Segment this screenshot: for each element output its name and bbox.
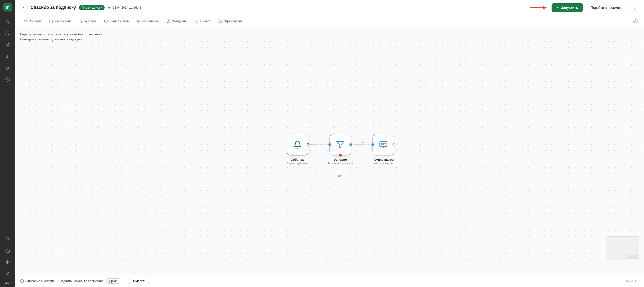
toolbar-condition[interactable]: Условие xyxy=(76,18,100,24)
react-flow-label: React Flow xyxy=(626,280,639,282)
svg-marker-31 xyxy=(337,142,344,148)
svg-marker-10 xyxy=(6,260,10,264)
event-label: Событие xyxy=(291,158,304,162)
svg-marker-14 xyxy=(557,6,558,8)
toolbar-group-label: Группа шагов xyxy=(110,19,129,23)
event-sublabel: Выдано действие xyxy=(287,162,308,165)
sidebar-icon-help[interactable] xyxy=(3,246,12,256)
canvas-info: Период работы: сразу после запуска — без… xyxy=(20,32,102,42)
date-text: 11.04.2024 11:16:41 xyxy=(113,6,141,9)
logo[interactable]: m xyxy=(3,3,12,12)
back-button[interactable] xyxy=(20,4,28,12)
node-condition-box[interactable] xyxy=(330,134,351,156)
sidebar-icon-settings[interactable] xyxy=(3,74,12,84)
group-sublabel: велком + баллы xyxy=(373,162,393,165)
svg-point-11 xyxy=(7,272,8,274)
launch-button[interactable]: Запустить xyxy=(552,3,583,12)
mini-map[interactable] xyxy=(606,236,639,260)
group-dot-right[interactable] xyxy=(392,143,395,146)
condition-dot-right[interactable] xyxy=(350,143,352,146)
svg-point-0 xyxy=(6,20,9,23)
group-label: Группа шагов xyxy=(373,158,394,162)
sidebar: m 11:17 xyxy=(0,0,15,287)
svg-point-30 xyxy=(635,20,636,22)
bottom-bar: Описание сценария Выделить несколько эле… xyxy=(15,274,644,287)
svg-point-6 xyxy=(7,79,8,80)
toolbar-ab-label: АБ-тест xyxy=(200,19,211,23)
toolbar-schedule-label: Расписание xyxy=(54,19,72,23)
node-group-box[interactable] xyxy=(372,134,394,156)
sidebar-icon-chart[interactable] xyxy=(3,52,12,61)
svg-rect-20 xyxy=(104,20,108,22)
group-dot-left[interactable] xyxy=(371,143,374,146)
toolbar: Событие Расписание Условие Группа шагов … xyxy=(15,15,644,27)
toolbar-limit-label: Ограничение xyxy=(224,19,242,23)
toolbar-group[interactable]: Группа шагов xyxy=(101,18,132,24)
label-yes: да xyxy=(361,141,364,144)
condition-dot-left[interactable] xyxy=(328,143,331,146)
svg-rect-15 xyxy=(50,20,52,23)
header-date[interactable]: 11.04.2024 11:16:41 xyxy=(108,6,141,10)
toolbar-wait[interactable]: Ожидание xyxy=(163,18,190,24)
node-event[interactable]: Событие Выдано действие xyxy=(287,134,308,165)
toolbar-split[interactable]: Разделение xyxy=(133,18,162,24)
status-badge: Готов к запуску xyxy=(79,5,105,10)
toolbar-limit[interactable]: Ограничение xyxy=(215,18,246,24)
scenario-text: Сценарий сработает для клиента один раз xyxy=(20,37,102,42)
sidebar-icon-users[interactable] xyxy=(3,29,12,38)
select-button[interactable]: Выделить xyxy=(128,278,150,284)
canvas-area[interactable]: Период работы: сразу после запуска — без… xyxy=(15,27,644,274)
description-info: Описание сценария xyxy=(20,279,54,283)
node-group[interactable]: Группа шагов велком + баллы xyxy=(372,134,394,165)
sidebar-time: 11:17 xyxy=(4,281,11,284)
connector-2: да xyxy=(353,144,372,145)
toolbar-settings-icon[interactable] xyxy=(632,18,639,25)
sidebar-icon-user[interactable] xyxy=(3,269,12,278)
svg-point-8 xyxy=(6,249,10,253)
condition-dot-bottom[interactable] xyxy=(339,154,342,157)
page-title: Спасибо за подписку xyxy=(30,5,76,10)
condition-sublabel: Есть клик и подписка xyxy=(328,162,353,165)
svg-marker-13 xyxy=(543,6,547,9)
toolbar-wait-label: Ожидание xyxy=(172,19,187,23)
toolbar-condition-label: Условие xyxy=(84,19,96,23)
period-text: Период работы: сразу после запуска — без… xyxy=(20,32,102,37)
mini-map-dots xyxy=(626,255,636,258)
node-event-box[interactable] xyxy=(287,134,308,156)
toolbar-schedule[interactable]: Расписание xyxy=(46,18,75,24)
main-area: Спасибо за подписку Готов к запуску 11.0… xyxy=(15,0,644,287)
svg-line-1 xyxy=(8,23,10,24)
condition-label: Условие xyxy=(334,158,347,162)
node-condition[interactable]: нет Условие Есть клик и подписка xyxy=(328,134,353,165)
select-elements-text: Выделить несколько элементов xyxy=(57,279,104,283)
connector-1 xyxy=(308,144,328,145)
mini-dot-2 xyxy=(630,255,633,258)
more-button[interactable]: ⋮ xyxy=(630,3,639,12)
toolbar-split-label: Разделение xyxy=(142,19,159,23)
option-badge: Option xyxy=(106,278,120,284)
toolbar-event-label: Событие xyxy=(29,19,42,23)
sidebar-icon-exit[interactable] xyxy=(3,234,12,244)
svg-point-2 xyxy=(6,32,8,34)
dashed-line-2 xyxy=(353,144,372,145)
dashed-line-1 xyxy=(308,144,328,145)
header: Спасибо за подписку Готов к запуску 11.0… xyxy=(15,0,644,15)
plus-sign: + xyxy=(123,279,125,283)
arrow-indicator xyxy=(530,4,549,11)
toolbar-event[interactable]: Событие xyxy=(20,18,45,24)
toolbar-ab[interactable]: АБ-тест xyxy=(191,18,214,24)
info-icon xyxy=(20,279,24,283)
mini-dot-1 xyxy=(626,255,629,258)
svg-marker-19 xyxy=(80,20,83,23)
view-button[interactable]: Перейти в просмотр xyxy=(586,3,627,12)
sidebar-icon-search[interactable] xyxy=(3,17,12,27)
label-no: нет xyxy=(338,174,342,177)
svg-rect-32 xyxy=(380,142,387,146)
description-label: Описание сценария xyxy=(26,279,54,283)
sidebar-icon-lightning[interactable] xyxy=(3,258,12,267)
mini-dot-3 xyxy=(634,255,636,258)
sidebar-icon-megaphone[interactable] xyxy=(3,40,12,50)
sidebar-icon-puzzle[interactable] xyxy=(3,63,12,72)
flow-diagram: Событие Выдано действие нет xyxy=(287,134,394,165)
